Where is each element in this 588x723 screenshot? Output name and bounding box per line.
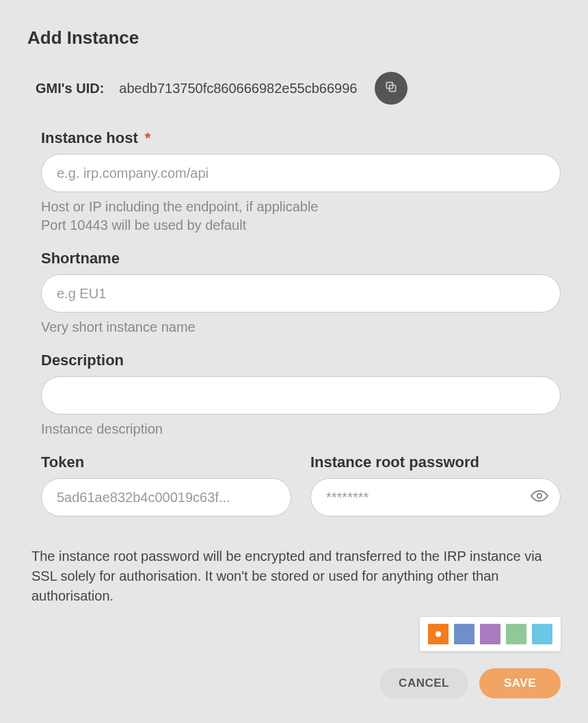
svg-point-2 (537, 494, 542, 499)
color-swatch-0[interactable] (428, 624, 449, 644)
root-password-label: Instance root password (310, 453, 479, 471)
color-swatch-2[interactable] (480, 624, 500, 644)
save-button[interactable]: SAVE (479, 668, 561, 698)
copy-icon (384, 80, 398, 96)
token-label: Token (41, 453, 84, 471)
instance-host-helper: Host or IP including the endpoint, if ap… (41, 198, 561, 235)
description-label: Description (41, 352, 124, 369)
uid-label: GMI's UID: (36, 81, 104, 96)
copy-uid-button[interactable] (375, 72, 407, 105)
description-helper: Instance description (41, 420, 561, 438)
shortname-helper: Very short instance name (41, 318, 561, 337)
field-token: Token (41, 453, 291, 516)
color-swatch-4[interactable] (532, 624, 552, 644)
password-disclaimer: The instance root password will be encry… (31, 547, 561, 606)
field-shortname: Shortname Very short instance name (41, 250, 561, 337)
color-picker (420, 617, 561, 651)
uid-row: GMI's UID: abedb713750fc860666982e55cb66… (36, 72, 561, 105)
field-root-password: Instance root password (310, 453, 561, 516)
required-indicator: * (145, 129, 151, 147)
field-instance-host: Instance host * Host or IP including the… (41, 129, 561, 235)
root-password-input[interactable] (310, 478, 561, 516)
uid-value: abedb713750fc860666982e55cb66996 (119, 81, 357, 96)
field-description: Description Instance description (41, 352, 561, 438)
page-title: Add Instance (27, 27, 561, 49)
eye-icon (531, 487, 548, 508)
toggle-password-visibility[interactable] (531, 488, 548, 506)
instance-host-label: Instance host (41, 129, 138, 147)
token-input[interactable] (41, 478, 291, 516)
shortname-input[interactable] (41, 274, 561, 313)
color-swatch-3[interactable] (506, 624, 526, 644)
color-swatch-1[interactable] (454, 624, 475, 644)
shortname-label: Shortname (41, 250, 120, 267)
form-actions: CANCEL SAVE (379, 668, 561, 698)
instance-host-input[interactable] (41, 154, 561, 192)
description-input[interactable] (41, 376, 561, 415)
cancel-button[interactable]: CANCEL (379, 668, 468, 698)
